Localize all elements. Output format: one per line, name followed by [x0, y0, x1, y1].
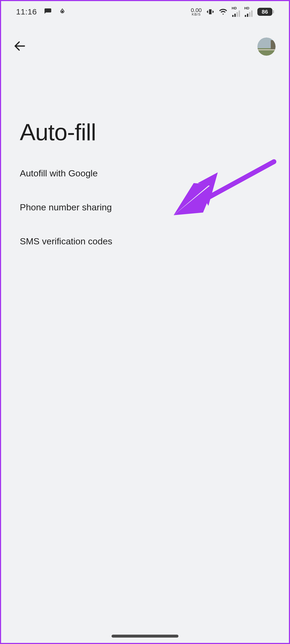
- app-bar: [1, 31, 289, 63]
- status-clock: 11:16: [16, 7, 37, 16]
- list-item-phone-number-sharing[interactable]: Phone number sharing: [1, 190, 289, 224]
- settings-list: Autofill with Google Phone number sharin…: [1, 156, 289, 258]
- signal-indicator-1: HD: [232, 7, 240, 17]
- wifi-icon: [219, 7, 227, 16]
- arrow-back-icon: [13, 39, 27, 54]
- back-button[interactable]: [12, 39, 28, 55]
- chat-notification-icon: [44, 8, 52, 16]
- svg-rect-5: [271, 40, 276, 50]
- svg-rect-6: [257, 49, 276, 50]
- vibrate-icon: [207, 8, 214, 16]
- list-item-label: Phone number sharing: [20, 202, 112, 212]
- list-item-label: SMS verification codes: [20, 236, 112, 246]
- location-icon: [59, 8, 66, 15]
- list-item-autofill-with-google[interactable]: Autofill with Google: [1, 156, 289, 190]
- signal-indicator-2: HD: [245, 7, 253, 17]
- list-item-label: Autofill with Google: [20, 168, 98, 178]
- svg-point-0: [62, 11, 63, 12]
- page-title: Auto-fill: [20, 119, 96, 146]
- account-avatar[interactable]: [257, 37, 276, 56]
- list-item-sms-verification-codes[interactable]: SMS verification codes: [1, 224, 289, 258]
- data-rate-indicator: 0.00 KB/S: [191, 8, 202, 16]
- status-bar: 11:16 0.00 KB/S HD HD: [1, 1, 289, 22]
- battery-indicator: 86: [257, 8, 274, 16]
- navigation-handle[interactable]: [112, 635, 178, 638]
